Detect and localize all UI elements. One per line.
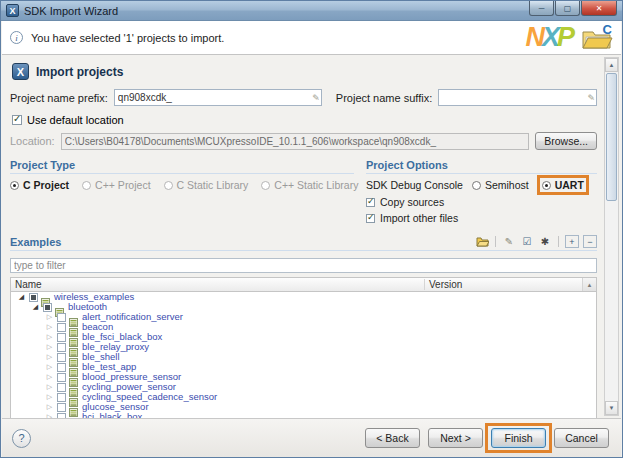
type-options-row: Project Type C Project C++ Project C Sta… bbox=[10, 159, 597, 228]
page-title: Import projects bbox=[36, 65, 123, 79]
dialog-button[interactable]: Cancel bbox=[554, 428, 609, 448]
expand-arrow-icon[interactable] bbox=[45, 352, 54, 362]
examples-toolbar: ✎ ☑ ✱ + − bbox=[475, 235, 597, 248]
import-projects-icon: X bbox=[12, 63, 29, 80]
tree-checkbox[interactable] bbox=[29, 293, 38, 302]
expand-all-icon[interactable]: + bbox=[565, 235, 579, 248]
tree-checkbox[interactable] bbox=[57, 343, 66, 352]
expand-arrow-icon[interactable] bbox=[31, 302, 40, 312]
project-type-radios: C Project C++ Project C Static Library C… bbox=[10, 179, 354, 191]
use-default-location-row[interactable]: Use default location bbox=[12, 114, 597, 126]
edit-icon[interactable]: ✎ bbox=[502, 235, 516, 248]
expand-arrow-icon[interactable] bbox=[17, 292, 26, 302]
expand-arrow-icon[interactable] bbox=[45, 392, 54, 402]
radio-icon bbox=[472, 181, 481, 190]
name-column-header[interactable]: Name bbox=[11, 279, 424, 290]
browse-button[interactable]: Browse... bbox=[535, 132, 597, 150]
filter-options-icon[interactable]: ✱ bbox=[538, 235, 552, 248]
table-scroll-up-icon[interactable]: ▲ bbox=[582, 278, 596, 291]
tree-checkbox[interactable] bbox=[57, 373, 66, 382]
name-fields-row: Project name prefix: ✎ Project name suff… bbox=[10, 89, 597, 106]
option-checkbox[interactable]: Copy sources bbox=[366, 196, 597, 208]
help-button[interactable]: ? bbox=[12, 429, 31, 448]
radio-icon bbox=[10, 181, 19, 190]
version-column-header[interactable]: Version bbox=[424, 279, 582, 290]
collapse-all-icon[interactable]: − bbox=[583, 235, 597, 248]
radio-option[interactable]: C Static Library bbox=[164, 179, 249, 191]
expand-arrow-icon[interactable] bbox=[45, 312, 54, 322]
eclipse-app-icon: X bbox=[6, 4, 19, 17]
dialog-button[interactable]: < Back bbox=[365, 428, 420, 448]
info-message: You have selected '1' projects to import… bbox=[31, 32, 224, 44]
prefix-input[interactable] bbox=[114, 89, 322, 106]
tree-checkbox[interactable] bbox=[57, 333, 66, 342]
use-default-location-checkbox[interactable] bbox=[12, 115, 22, 125]
tree-checkbox[interactable] bbox=[43, 303, 52, 312]
prefix-label: Project name prefix: bbox=[10, 92, 108, 104]
examples-table-header[interactable]: Name Version ▲ bbox=[11, 278, 596, 292]
scroll-down-icon[interactable]: ▼ bbox=[605, 401, 618, 415]
window-title: SDK Import Wizard bbox=[24, 5, 118, 17]
expand-arrow-icon[interactable] bbox=[45, 322, 54, 332]
example-file-icon bbox=[69, 403, 78, 412]
example-file-icon bbox=[69, 343, 78, 352]
checkbox-icon bbox=[366, 198, 375, 207]
expand-arrow-icon[interactable] bbox=[45, 382, 54, 392]
radio-label: C Project bbox=[23, 179, 69, 191]
tree-checkbox[interactable] bbox=[57, 363, 66, 372]
expand-arrow-icon[interactable] bbox=[45, 332, 54, 342]
close-button[interactable]: ✕ bbox=[581, 1, 617, 16]
expand-arrow-icon[interactable] bbox=[45, 402, 54, 412]
radio-icon bbox=[164, 181, 173, 190]
scroll-up-icon[interactable]: ▲ bbox=[605, 58, 618, 72]
project-options-section: Project Options SDK Debug Console Semiho… bbox=[366, 159, 597, 228]
button-bar: ? < BackNext >FinishCancel bbox=[2, 418, 621, 457]
radio-label: C Static Library bbox=[177, 179, 249, 191]
expand-arrow-icon[interactable] bbox=[45, 362, 54, 372]
radio-option[interactable]: UART bbox=[542, 179, 584, 191]
examples-tree: wireless_examples bluetooth alert_notifi… bbox=[11, 292, 596, 418]
minimize-button[interactable]: ─ bbox=[529, 1, 554, 16]
expand-arrow-icon[interactable] bbox=[45, 342, 54, 352]
location-label: Location: bbox=[10, 135, 55, 147]
examples-table: Name Version ▲ wireless_examples bluetoo… bbox=[10, 277, 597, 418]
open-folder-icon[interactable] bbox=[475, 235, 489, 248]
project-type-title: Project Type bbox=[10, 159, 354, 174]
examples-filter-input[interactable] bbox=[10, 258, 597, 273]
page-title-row: X Import projects bbox=[12, 63, 597, 80]
example-file-icon bbox=[69, 373, 78, 382]
tree-checkbox[interactable] bbox=[57, 323, 66, 332]
sdk-import-wizard-dialog: X SDK Import Wizard ─ ▢ ✕ i You have sel… bbox=[0, 0, 623, 458]
project-options-checkboxes: Copy sources Import other files bbox=[366, 196, 597, 224]
project-type-section: Project Type C Project C++ Project C Sta… bbox=[10, 159, 366, 228]
title-bar[interactable]: X SDK Import Wizard ─ ▢ ✕ bbox=[1, 1, 622, 21]
example-file-icon bbox=[69, 393, 78, 402]
radio-option[interactable]: C++ Project bbox=[82, 179, 150, 191]
tree-checkbox[interactable] bbox=[57, 313, 66, 322]
maximize-button[interactable]: ▢ bbox=[555, 1, 580, 16]
radio-option[interactable]: C Project bbox=[10, 179, 69, 191]
tree-checkbox[interactable] bbox=[57, 353, 66, 362]
tree-checkbox[interactable] bbox=[57, 393, 66, 402]
radio-option[interactable]: Semihost bbox=[472, 179, 529, 191]
nxp-logo: NXP C bbox=[525, 24, 613, 51]
radio-option[interactable]: C++ Static Library bbox=[261, 179, 358, 191]
tree-checkbox[interactable] bbox=[57, 403, 66, 412]
example-file-icon bbox=[69, 383, 78, 392]
location-input bbox=[61, 133, 530, 150]
dialog-button[interactable]: Next > bbox=[428, 428, 483, 448]
scrollbar-thumb[interactable] bbox=[606, 73, 617, 201]
dialog-button[interactable]: Finish bbox=[491, 428, 546, 448]
window-controls: ─ ▢ ✕ bbox=[528, 1, 617, 16]
option-checkbox[interactable]: Import other files bbox=[366, 212, 597, 224]
suffix-input[interactable] bbox=[438, 89, 597, 106]
suffix-label: Project name suffix: bbox=[336, 92, 432, 104]
dialog-scrollbar[interactable]: ▲ ▼ bbox=[604, 57, 619, 416]
tree-checkbox[interactable] bbox=[57, 383, 66, 392]
select-all-icon[interactable]: ☑ bbox=[520, 235, 534, 248]
expand-arrow-icon[interactable] bbox=[45, 372, 54, 382]
info-banner: i You have selected '1' projects to impo… bbox=[2, 21, 621, 55]
checkbox-label: Copy sources bbox=[380, 196, 444, 208]
examples-header: Examples ✎ ☑ ✱ + − bbox=[10, 235, 597, 251]
use-default-location-label: Use default location bbox=[27, 114, 124, 126]
